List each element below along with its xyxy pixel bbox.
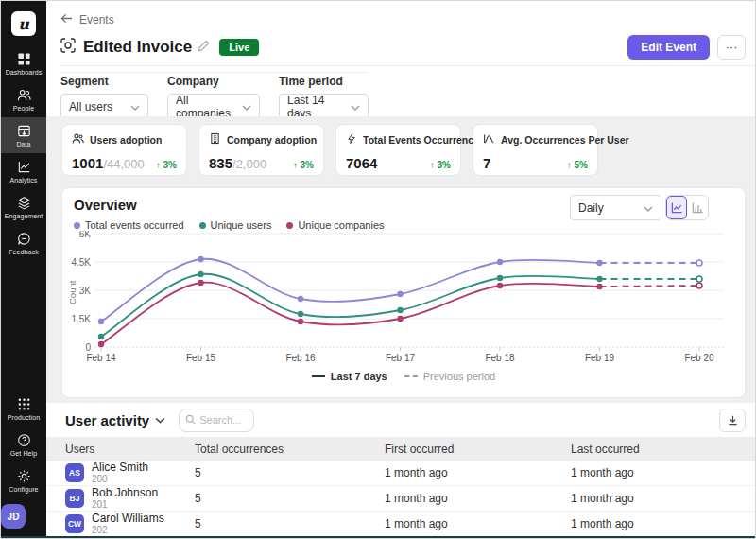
user-id: 201: [92, 499, 158, 510]
stat-card-change: ↑ 3%: [430, 160, 451, 170]
sidebar-item-label: Feedback: [9, 249, 39, 255]
sidebar-item-label: Configure: [9, 486, 38, 493]
user-name[interactable]: Alice Smith: [92, 461, 148, 475]
svg-text:6K: 6K: [79, 231, 92, 239]
total-occurrences-cell: 5: [195, 492, 385, 505]
stat-card-label: Users adoption: [90, 134, 162, 146]
total-occurrences-cell: 5: [195, 466, 385, 479]
bar-chart-toggle-button[interactable]: [687, 196, 708, 219]
edit-pencil-icon[interactable]: [198, 39, 210, 56]
sidebar-item-get-help[interactable]: Get Help: [1, 426, 46, 462]
sidebar-item-feedback[interactable]: Feedback: [1, 225, 46, 261]
svg-text:Feb 18: Feb 18: [485, 353, 515, 363]
segment-select[interactable]: All users: [60, 94, 148, 119]
app-logo[interactable]: u: [11, 11, 36, 36]
sidebar-item-dashboards[interactable]: Dashboards: [1, 45, 46, 81]
sidebar-item-people[interactable]: People: [1, 81, 46, 117]
sidebar-item-data[interactable]: Data: [1, 117, 46, 153]
period-legend: Last 7 days Previous period: [62, 371, 745, 382]
stat-card-label: Total Events Occurrence: [363, 134, 479, 146]
more-options-button[interactable]: ···: [717, 35, 746, 60]
svg-text:Feb 19: Feb 19: [585, 353, 615, 363]
avatar: BJ: [65, 489, 84, 508]
user-avatar[interactable]: JD: [1, 504, 26, 529]
search-input[interactable]: [199, 414, 249, 426]
dashed-line-swatch: [404, 375, 418, 377]
last-occurred-cell: 1 month ago: [571, 492, 756, 505]
period-select-value: Daily: [578, 201, 604, 215]
table-row[interactable]: BJ Bob Johnson 201 5 1 month ago 1 month…: [46, 486, 756, 512]
column-header-last-occurred[interactable]: Last occurred: [571, 443, 756, 456]
stat-card-total: /44,000: [103, 157, 144, 171]
legend-item-unique-companies: Unique companies: [286, 219, 384, 231]
user-name[interactable]: Carol Williams: [92, 513, 164, 526]
bell-curve-icon: [483, 132, 495, 147]
sidebar-item-label: Production: [8, 414, 40, 421]
svg-text:3K: 3K: [79, 286, 92, 296]
line-chart-toggle-button[interactable]: [666, 196, 687, 219]
svg-text:Feb 16: Feb 16: [285, 353, 316, 363]
breadcrumb[interactable]: Events: [60, 13, 114, 26]
chevron-down-icon: [634, 201, 653, 215]
overview-title: Overview: [74, 197, 137, 213]
dashboard-grid-icon: [17, 52, 31, 66]
svg-text:4.5K: 4.5K: [71, 257, 91, 268]
building-icon: [209, 132, 221, 147]
column-header-total-occurrences[interactable]: Total occurrences: [195, 443, 385, 456]
sidebar-item-production[interactable]: Production: [1, 391, 46, 426]
sidebar-item-engagement[interactable]: Engagement: [1, 189, 46, 225]
table-header: Users Total occurrences First occurred L…: [46, 437, 756, 461]
users-icon: [72, 132, 84, 147]
page-title: Edited Invoice: [83, 38, 192, 57]
stat-card-label: Avg. Occurrences Per User: [501, 134, 629, 146]
column-header-users[interactable]: Users: [65, 443, 195, 456]
stat-card-total: /2,000: [232, 157, 266, 171]
sidebar-item-configure[interactable]: Configure: [1, 462, 46, 498]
user-activity-section: User activity Users Total occurrences Fi…: [46, 403, 756, 536]
stat-card-value: 835: [209, 155, 232, 171]
user-name[interactable]: Bob Johnson: [92, 487, 158, 500]
stat-card-label: Company adoption: [227, 134, 317, 146]
people-icon: [17, 88, 31, 102]
stat-card-avg-occurrences: Avg. Occurrences Per User 7 ↑ 5%: [472, 124, 598, 176]
company-select[interactable]: All companies: [167, 94, 260, 119]
user-activity-header: User activity: [46, 403, 756, 437]
legend-dot: [74, 222, 80, 229]
avatar: AS: [65, 463, 84, 482]
search-box[interactable]: [179, 409, 254, 432]
column-header-first-occurred[interactable]: First occurred: [385, 443, 571, 456]
total-occurrences-cell: 5: [195, 517, 385, 530]
table-row[interactable]: AS Alice Smith 200 5 1 month ago 1 month…: [46, 461, 756, 486]
stat-card-value: 7: [483, 155, 490, 171]
legend-last-7-days: Last 7 days: [312, 371, 387, 382]
edit-event-button[interactable]: Edit Event: [627, 35, 710, 60]
svg-text:Count: Count: [68, 280, 77, 304]
back-arrow-icon[interactable]: [60, 13, 73, 26]
stat-card-value: 7064: [346, 155, 377, 171]
sidebar-item-label: Analytics: [10, 177, 38, 183]
avatar: CW: [65, 514, 84, 533]
period-select[interactable]: Daily: [570, 195, 662, 220]
sidebar-item-label: Dashboards: [6, 69, 43, 76]
svg-text:Feb 15: Feb 15: [186, 353, 216, 363]
stat-card-value: 1001: [72, 155, 103, 171]
first-occurred-cell: 1 month ago: [385, 517, 571, 530]
user-activity-title[interactable]: User activity: [65, 412, 165, 428]
top-header: Events Edited Invoice Live Edit Event ··…: [46, 1, 756, 116]
segment-filter-label: Segment: [60, 75, 148, 88]
main-content: Users adoption 1001 /44,000 ↑ 3% Company…: [46, 116, 756, 536]
user-id: 202: [92, 525, 164, 535]
time-period-filter: Time period Last 14 days: [279, 73, 369, 119]
table-row[interactable]: CW Carol Williams 202 5 1 month ago 1 mo…: [46, 512, 756, 536]
data-table-icon: [17, 124, 31, 138]
filters-bar: Segment All users Company All companies …: [60, 72, 369, 119]
sidebar-item-label: People: [13, 105, 34, 112]
stat-card-users-adoption: Users adoption 1001 /44,000 ↑ 3%: [61, 124, 187, 176]
download-button[interactable]: [719, 409, 746, 432]
sidebar-item-analytics[interactable]: Analytics: [1, 153, 46, 189]
legend-previous-period: Previous period: [404, 371, 495, 382]
app-window: u Dashboards People Data: [0, 0, 756, 539]
time-period-select[interactable]: Last 14 days: [279, 94, 369, 119]
chart-type-toggle: [665, 195, 709, 220]
breadcrumb-label[interactable]: Events: [79, 13, 114, 26]
